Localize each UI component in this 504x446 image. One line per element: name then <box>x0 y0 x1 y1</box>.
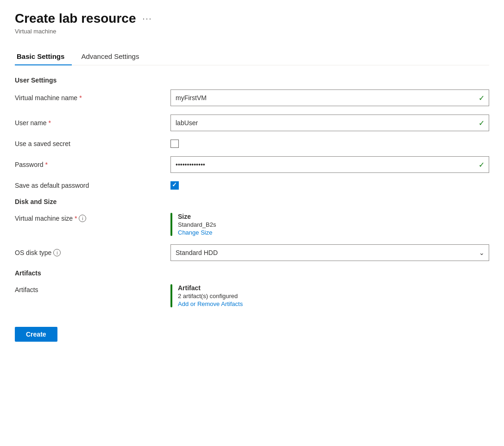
vm-size-required: * <box>75 215 77 222</box>
vm-name-input-wrapper: ✓ <box>170 89 489 106</box>
vm-size-value: Standard_B2s <box>178 221 216 228</box>
artifact-block: Artifact 2 artifact(s) configured Add or… <box>170 284 489 307</box>
save-default-checkbox-wrapper <box>170 181 179 190</box>
saved-secret-label: Use a saved secret <box>15 140 163 147</box>
password-row: Password * ✓ <box>15 156 489 173</box>
user-settings-section: User Settings Virtual machine name * ✓ U… <box>15 76 489 190</box>
password-input[interactable] <box>170 156 489 173</box>
page-title: Create lab resource ··· <box>15 11 489 26</box>
password-label: Password * <box>15 161 163 168</box>
user-name-input-wrapper: ✓ <box>170 115 489 131</box>
ellipsis-menu-button[interactable]: ··· <box>140 13 154 25</box>
page-subtitle: Virtual machine <box>15 28 489 35</box>
user-name-label: User name * <box>15 119 163 127</box>
password-check-icon: ✓ <box>479 160 485 169</box>
create-button[interactable]: Create <box>15 327 57 342</box>
os-disk-info-icon[interactable]: i <box>53 249 61 256</box>
artifacts-section: Artifacts Artifacts Artifact 2 artifact(… <box>15 269 489 307</box>
password-required: * <box>45 161 47 168</box>
saved-secret-checkbox-wrapper <box>170 140 179 148</box>
os-disk-type-row: OS disk type i Standard HDD Standard SSD… <box>15 244 489 261</box>
saved-secret-checkbox[interactable] <box>170 140 179 148</box>
change-size-link[interactable]: Change Size <box>178 229 216 236</box>
vm-size-info-icon[interactable]: i <box>79 215 86 222</box>
vm-size-content: Size Standard_B2s Change Size <box>178 213 216 236</box>
vm-name-check-icon: ✓ <box>479 94 485 102</box>
vm-size-block: Size Standard_B2s Change Size <box>170 213 489 236</box>
os-disk-type-label: OS disk type i <box>15 249 163 256</box>
artifacts-field-label: Artifacts <box>15 284 163 293</box>
vm-name-label: Virtual machine name * <box>15 94 163 102</box>
tab-advanced-settings[interactable]: Advanced Settings <box>79 48 146 65</box>
save-default-row: Save as default password <box>15 181 489 190</box>
saved-secret-row: Use a saved secret <box>15 140 489 148</box>
artifacts-section-label: Artifacts <box>15 269 489 277</box>
vm-size-row: Virtual machine size * i Size Standard_B… <box>15 211 489 236</box>
user-settings-label: User Settings <box>15 76 489 84</box>
disk-size-label: Disk and Size <box>15 198 489 205</box>
add-remove-artifacts-link[interactable]: Add or Remove Artifacts <box>178 300 243 307</box>
save-default-label: Save as default password <box>15 182 163 189</box>
vm-name-required: * <box>79 94 82 102</box>
artifact-count: 2 artifact(s) configured <box>178 293 243 299</box>
save-default-checkbox[interactable] <box>170 181 179 190</box>
password-input-wrapper: ✓ <box>170 156 489 173</box>
user-name-row: User name * ✓ <box>15 115 489 131</box>
user-name-input[interactable] <box>170 115 489 131</box>
os-disk-select-wrapper: Standard HDD Standard SSD Premium SSD ⌄ <box>170 244 489 261</box>
vm-size-title: Size <box>178 213 216 220</box>
vm-size-green-bar <box>170 213 172 236</box>
vm-name-input[interactable] <box>170 89 489 106</box>
user-name-required: * <box>48 119 50 127</box>
title-text: Create lab resource <box>15 11 136 26</box>
tab-basic-settings[interactable]: Basic Settings <box>15 48 72 65</box>
artifact-content: Artifact 2 artifact(s) configured Add or… <box>178 284 243 307</box>
artifacts-row: Artifacts Artifact 2 artifact(s) configu… <box>15 282 489 307</box>
user-name-check-icon: ✓ <box>479 119 485 127</box>
tabs-container: Basic Settings Advanced Settings <box>15 48 489 65</box>
vm-size-label: Virtual machine size * i <box>15 213 163 222</box>
disk-size-section: Disk and Size Virtual machine size * i S… <box>15 198 489 261</box>
artifact-title: Artifact <box>178 284 243 292</box>
artifact-green-bar <box>170 284 172 307</box>
vm-name-row: Virtual machine name * ✓ <box>15 89 489 106</box>
os-disk-type-select[interactable]: Standard HDD Standard SSD Premium SSD <box>170 244 489 261</box>
